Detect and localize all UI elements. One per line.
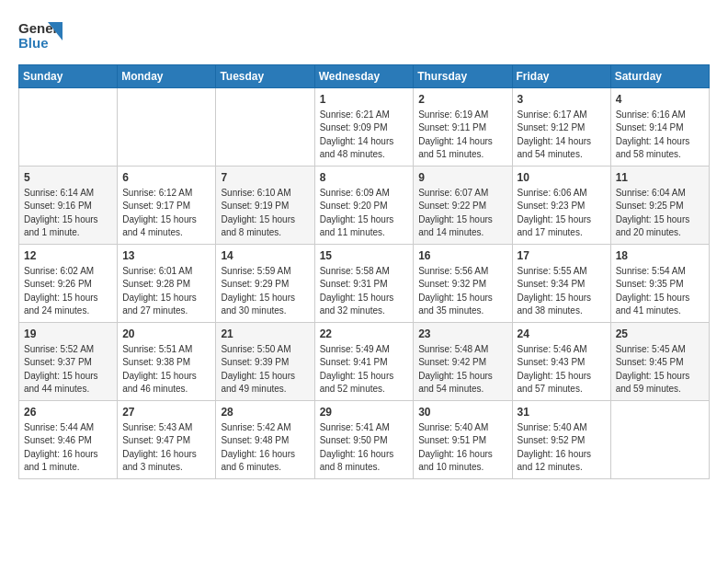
day-number: 21 (221, 327, 309, 342)
day-info: Sunrise: 5:41 AM Sunset: 9:50 PM Dayligh… (320, 421, 409, 475)
day-number: 16 (418, 248, 506, 264)
day-number: 25 (616, 327, 704, 342)
day-info: Sunrise: 6:12 AM Sunset: 9:17 PM Dayligh… (122, 187, 210, 240)
calendar-cell (610, 401, 709, 479)
logo-icon: General Blue (18, 15, 63, 53)
day-info: Sunrise: 6:21 AM Sunset: 9:09 PM Dayligh… (320, 109, 409, 162)
calendar: SundayMondayTuesdayWednesdayThursdayFrid… (18, 64, 710, 479)
day-info: Sunrise: 5:50 AM Sunset: 9:39 PM Dayligh… (221, 343, 309, 396)
page: General Blue SundayMondayTuesdayWednesda… (0, 0, 728, 488)
calendar-cell: 2Sunrise: 6:19 AM Sunset: 9:11 PM Daylig… (414, 88, 512, 167)
day-number: 20 (122, 327, 210, 342)
calendar-cell: 19Sunrise: 5:52 AM Sunset: 9:37 PM Dayli… (19, 323, 118, 401)
day-number: 12 (24, 248, 112, 264)
day-info: Sunrise: 5:45 AM Sunset: 9:45 PM Dayligh… (616, 343, 704, 396)
day-number: 10 (518, 170, 606, 186)
day-info: Sunrise: 6:19 AM Sunset: 9:11 PM Dayligh… (418, 109, 506, 162)
calendar-cell: 14Sunrise: 5:59 AM Sunset: 9:29 PM Dayli… (216, 245, 314, 323)
day-number: 17 (518, 248, 606, 264)
day-number: 1 (320, 92, 409, 108)
header: General Blue (18, 15, 710, 53)
col-header-thursday: Thursday (414, 65, 512, 88)
day-number: 29 (320, 405, 409, 420)
day-number: 26 (24, 405, 112, 420)
calendar-cell: 9Sunrise: 6:07 AM Sunset: 9:22 PM Daylig… (414, 167, 512, 245)
calendar-cell: 21Sunrise: 5:50 AM Sunset: 9:39 PM Dayli… (216, 323, 314, 401)
day-number: 28 (221, 405, 309, 420)
calendar-week-3: 12Sunrise: 6:02 AM Sunset: 9:26 PM Dayli… (19, 245, 710, 323)
day-info: Sunrise: 5:46 AM Sunset: 9:43 PM Dayligh… (518, 343, 606, 396)
calendar-week-1: 1Sunrise: 6:21 AM Sunset: 9:09 PM Daylig… (19, 88, 710, 167)
calendar-cell: 26Sunrise: 5:44 AM Sunset: 9:46 PM Dayli… (19, 401, 118, 479)
day-number: 23 (418, 327, 506, 342)
day-number: 2 (418, 92, 506, 108)
day-number: 5 (24, 170, 112, 186)
calendar-cell (19, 88, 118, 167)
calendar-cell: 8Sunrise: 6:09 AM Sunset: 9:20 PM Daylig… (314, 167, 414, 245)
col-header-monday: Monday (118, 65, 216, 88)
day-info: Sunrise: 5:54 AM Sunset: 9:35 PM Dayligh… (616, 265, 704, 318)
day-number: 19 (24, 327, 112, 342)
day-info: Sunrise: 5:40 AM Sunset: 9:51 PM Dayligh… (418, 421, 506, 475)
day-info: Sunrise: 5:42 AM Sunset: 9:48 PM Dayligh… (221, 421, 309, 475)
calendar-cell: 31Sunrise: 5:40 AM Sunset: 9:52 PM Dayli… (512, 401, 610, 479)
calendar-cell: 11Sunrise: 6:04 AM Sunset: 9:25 PM Dayli… (610, 167, 709, 245)
calendar-cell (216, 88, 314, 167)
day-number: 7 (221, 170, 309, 186)
calendar-cell: 18Sunrise: 5:54 AM Sunset: 9:35 PM Dayli… (610, 245, 709, 323)
day-number: 4 (616, 92, 704, 108)
day-info: Sunrise: 5:48 AM Sunset: 9:42 PM Dayligh… (418, 343, 506, 396)
day-info: Sunrise: 5:56 AM Sunset: 9:32 PM Dayligh… (418, 265, 506, 318)
day-number: 14 (221, 248, 309, 264)
calendar-cell: 25Sunrise: 5:45 AM Sunset: 9:45 PM Dayli… (610, 323, 709, 401)
col-header-sunday: Sunday (19, 65, 118, 88)
calendar-cell: 1Sunrise: 6:21 AM Sunset: 9:09 PM Daylig… (314, 88, 414, 167)
day-info: Sunrise: 6:04 AM Sunset: 9:25 PM Dayligh… (616, 187, 704, 240)
calendar-cell: 15Sunrise: 5:58 AM Sunset: 9:31 PM Dayli… (314, 245, 414, 323)
day-info: Sunrise: 6:06 AM Sunset: 9:23 PM Dayligh… (518, 187, 606, 240)
col-header-tuesday: Tuesday (216, 65, 314, 88)
calendar-week-4: 19Sunrise: 5:52 AM Sunset: 9:37 PM Dayli… (19, 323, 710, 401)
day-info: Sunrise: 5:40 AM Sunset: 9:52 PM Dayligh… (518, 421, 606, 475)
calendar-cell: 5Sunrise: 6:14 AM Sunset: 9:16 PM Daylig… (19, 167, 118, 245)
calendar-cell: 10Sunrise: 6:06 AM Sunset: 9:23 PM Dayli… (512, 167, 610, 245)
day-info: Sunrise: 5:51 AM Sunset: 9:38 PM Dayligh… (122, 343, 210, 396)
day-info: Sunrise: 5:59 AM Sunset: 9:29 PM Dayligh… (221, 265, 309, 318)
day-number: 15 (320, 248, 409, 264)
day-info: Sunrise: 6:16 AM Sunset: 9:14 PM Dayligh… (616, 109, 704, 162)
day-number: 11 (616, 170, 704, 186)
day-info: Sunrise: 6:10 AM Sunset: 9:19 PM Dayligh… (221, 187, 309, 240)
day-info: Sunrise: 6:02 AM Sunset: 9:26 PM Dayligh… (24, 265, 112, 318)
calendar-cell: 29Sunrise: 5:41 AM Sunset: 9:50 PM Dayli… (314, 401, 414, 479)
calendar-cell: 28Sunrise: 5:42 AM Sunset: 9:48 PM Dayli… (216, 401, 314, 479)
day-info: Sunrise: 5:43 AM Sunset: 9:47 PM Dayligh… (122, 421, 210, 475)
calendar-cell: 7Sunrise: 6:10 AM Sunset: 9:19 PM Daylig… (216, 167, 314, 245)
day-number: 8 (320, 170, 409, 186)
col-header-wednesday: Wednesday (314, 65, 414, 88)
day-number: 13 (122, 248, 210, 264)
calendar-cell: 17Sunrise: 5:55 AM Sunset: 9:34 PM Dayli… (512, 245, 610, 323)
calendar-cell: 3Sunrise: 6:17 AM Sunset: 9:12 PM Daylig… (512, 88, 610, 167)
day-number: 6 (122, 170, 210, 186)
calendar-week-2: 5Sunrise: 6:14 AM Sunset: 9:16 PM Daylig… (19, 167, 710, 245)
day-info: Sunrise: 6:09 AM Sunset: 9:20 PM Dayligh… (320, 187, 409, 240)
day-info: Sunrise: 6:14 AM Sunset: 9:16 PM Dayligh… (24, 187, 112, 240)
day-number: 22 (320, 327, 409, 342)
svg-text:Blue: Blue (18, 35, 49, 51)
day-info: Sunrise: 5:55 AM Sunset: 9:34 PM Dayligh… (518, 265, 606, 318)
calendar-cell: 6Sunrise: 6:12 AM Sunset: 9:17 PM Daylig… (118, 167, 216, 245)
calendar-header-row: SundayMondayTuesdayWednesdayThursdayFrid… (19, 65, 710, 88)
calendar-cell: 23Sunrise: 5:48 AM Sunset: 9:42 PM Dayli… (414, 323, 512, 401)
calendar-cell: 30Sunrise: 5:40 AM Sunset: 9:51 PM Dayli… (414, 401, 512, 479)
day-info: Sunrise: 5:58 AM Sunset: 9:31 PM Dayligh… (320, 265, 409, 318)
calendar-cell: 13Sunrise: 6:01 AM Sunset: 9:28 PM Dayli… (118, 245, 216, 323)
calendar-cell: 24Sunrise: 5:46 AM Sunset: 9:43 PM Dayli… (512, 323, 610, 401)
day-info: Sunrise: 6:17 AM Sunset: 9:12 PM Dayligh… (518, 109, 606, 162)
day-number: 27 (122, 405, 210, 420)
calendar-cell: 27Sunrise: 5:43 AM Sunset: 9:47 PM Dayli… (118, 401, 216, 479)
day-number: 30 (418, 405, 506, 420)
logo: General Blue (18, 15, 63, 53)
calendar-cell: 12Sunrise: 6:02 AM Sunset: 9:26 PM Dayli… (19, 245, 118, 323)
day-info: Sunrise: 5:49 AM Sunset: 9:41 PM Dayligh… (320, 343, 409, 396)
day-number: 18 (616, 248, 704, 264)
